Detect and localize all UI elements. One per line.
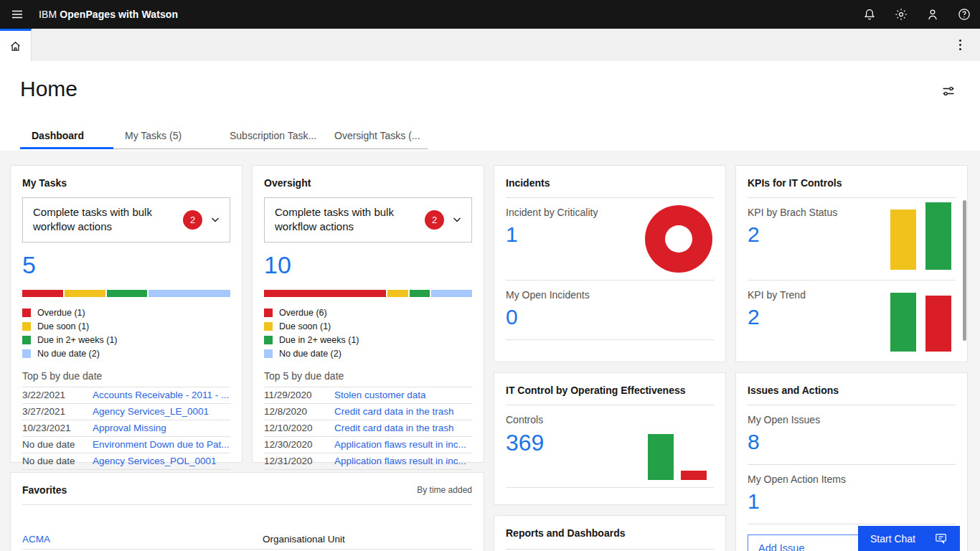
top5-heading: Top 5 by due date [22, 370, 230, 382]
kpi-status-bar-chart [890, 202, 951, 270]
bar-segment-overdue [22, 290, 63, 297]
metric-label: Controls [506, 414, 714, 425]
row-date: 12/8/2020 [264, 406, 334, 417]
task-link[interactable]: Application flaws result in inc... [334, 439, 472, 450]
table-row: 12/10/2020Credit card data in the trash [264, 420, 472, 437]
user-profile-icon[interactable] [917, 0, 948, 29]
bar-segment-due-soon [65, 290, 105, 297]
start-chat-label: Start Chat [870, 533, 915, 545]
row-date: No due date [22, 456, 93, 466]
bar-segment-no-due-date [149, 290, 230, 297]
table-row: 10/23/2021Approval Missing [22, 420, 230, 437]
task-link[interactable]: Application flaws result in inc... [334, 456, 472, 466]
overflow-menu-icon[interactable] [950, 29, 970, 61]
dashboard-content: My Tasks Complete tasks with bulk workfl… [0, 151, 980, 551]
metric-label: My Open Issues [748, 414, 956, 425]
menu-icon[interactable] [0, 0, 34, 29]
legend-swatch-yellow [264, 322, 273, 331]
card-incidents: Incidents Incident by Criticality 1 My O… [494, 165, 726, 362]
kpi-trend-bar-chart [890, 293, 951, 352]
row-date: 11/29/2020 [264, 390, 334, 400]
open-incidents-value[interactable]: 0 [506, 306, 518, 328]
task-link[interactable]: Accounts Receivable - 2011 - ... [93, 390, 230, 400]
start-chat-button[interactable]: Start Chat [858, 526, 960, 551]
card-title: Oversight [264, 177, 472, 189]
table-row: 12/31/2020Application flaws result in in… [264, 453, 472, 470]
favorite-link[interactable]: ACMA [22, 534, 263, 545]
kpi-breach-status-value[interactable]: 2 [748, 224, 760, 245]
dropdown-label: Complete tasks with bulk workflow action… [275, 205, 425, 235]
home-icon [9, 39, 22, 53]
chat-bubble-icon [934, 532, 948, 545]
bulk-actions-dropdown[interactable]: Complete tasks with bulk workflow action… [264, 197, 472, 242]
kpi-trend-value[interactable]: 2 [748, 306, 760, 328]
app-title: IBM OpenPages with Watson [39, 9, 178, 20]
tab-dashboard[interactable]: Dashboard [20, 126, 113, 149]
total-tasks-value[interactable]: 5 [22, 253, 36, 277]
settings-adjust-icon[interactable] [941, 84, 956, 100]
favorites-list: ACMA Organisational Unit Environment Dow… [22, 529, 472, 551]
card-oversight: Oversight Complete tasks with bulk workf… [252, 165, 484, 463]
task-link[interactable]: Credit card data in the trash [334, 423, 472, 433]
incident-criticality-value[interactable]: 1 [506, 224, 518, 245]
bar-effective [648, 434, 674, 480]
card-reports: Reports and Dashboards [494, 515, 726, 551]
notifications-bell-icon[interactable] [854, 0, 885, 29]
tab-subscription-tasks[interactable]: Subscription Task... [218, 126, 323, 149]
legend-swatch-green [264, 336, 273, 344]
bar-segment-no-due-date [431, 290, 472, 297]
card-scrollbar[interactable] [963, 200, 966, 341]
task-link[interactable]: Agency Services_LE_0001 [93, 406, 230, 417]
chevron-down-icon [451, 214, 463, 225]
row-date: 10/23/2021 [22, 423, 93, 433]
card-kpis: KPIs for IT Controls KPI by Brach Status… [735, 165, 968, 362]
legend-swatch-yellow [22, 322, 31, 331]
table-row: 3/27/2021Agency Services_LE_0001 [22, 404, 230, 420]
task-link[interactable]: Agency Services_POL_0001 [93, 456, 230, 466]
open-action-items-value[interactable]: 1 [748, 491, 760, 512]
card-title: IT Control by Operating Effectiveness [506, 385, 714, 396]
row-date: 12/10/2020 [264, 423, 334, 433]
legend-swatch-green [22, 336, 31, 344]
task-link[interactable]: Approval Missing [93, 423, 230, 433]
bar-segment-due-2weeks [107, 290, 148, 297]
row-date: 12/31/2020 [264, 456, 334, 466]
row-date: 12/30/2020 [264, 439, 334, 450]
card-title: KPIs for IT Controls [748, 177, 956, 189]
bulk-actions-dropdown[interactable]: Complete tasks with bulk workflow action… [22, 197, 230, 242]
settings-gear-icon[interactable] [885, 0, 917, 29]
total-tasks-value[interactable]: 10 [264, 253, 291, 277]
legend-swatch-lightblue [22, 349, 31, 358]
legend-label: Due soon (1) [279, 321, 331, 331]
legend-label: Due soon (1) [37, 321, 89, 331]
help-icon[interactable] [948, 0, 980, 29]
legend-label: No due date (2) [37, 349, 100, 359]
card-title: Incidents [506, 177, 714, 189]
page-header: Home Dashboard My Tasks (5) Subscription… [0, 61, 980, 151]
sort-by-dropdown[interactable]: By time added [417, 485, 472, 495]
top5-table: 3/22/2021Accounts Receivable - 2011 - ..… [22, 387, 230, 470]
home-tab[interactable] [0, 29, 32, 61]
page-tabs: Dashboard My Tasks (5) Subscription Task… [20, 126, 960, 149]
controls-value[interactable]: 369 [506, 431, 544, 454]
due-date-stacked-bar [264, 290, 472, 297]
table-row: 3/22/2021Accounts Receivable - 2011 - ..… [22, 387, 230, 404]
row-date: 3/22/2021 [22, 390, 93, 400]
task-link[interactable]: Environment Down due to Pat... [93, 439, 230, 450]
legend-label: Due in 2+ weeks (1) [279, 335, 359, 345]
legend-label: Due in 2+ weeks (1) [37, 335, 118, 345]
count-badge: 2 [425, 210, 444, 230]
tab-oversight-tasks[interactable]: Oversight Tasks (... [323, 126, 428, 149]
card-title: Reports and Dashboards [506, 527, 714, 539]
task-link[interactable]: Stolen customer data [334, 390, 472, 400]
task-link[interactable]: Credit card data in the trash [334, 406, 472, 417]
bar-segment-due-2weeks [410, 290, 430, 297]
top5-table: 11/29/2020Stolen customer data 12/8/2020… [264, 387, 472, 470]
open-issues-value[interactable]: 8 [748, 431, 760, 453]
window-tab-strip [0, 29, 980, 61]
card-issues-actions: Issues and Actions My Open Issues 8 My O… [735, 372, 968, 551]
legend-label: No due date (2) [279, 349, 341, 359]
count-badge: 2 [183, 210, 202, 230]
tab-my-tasks[interactable]: My Tasks (5) [113, 126, 218, 149]
legend-swatch-lightblue [264, 349, 273, 358]
